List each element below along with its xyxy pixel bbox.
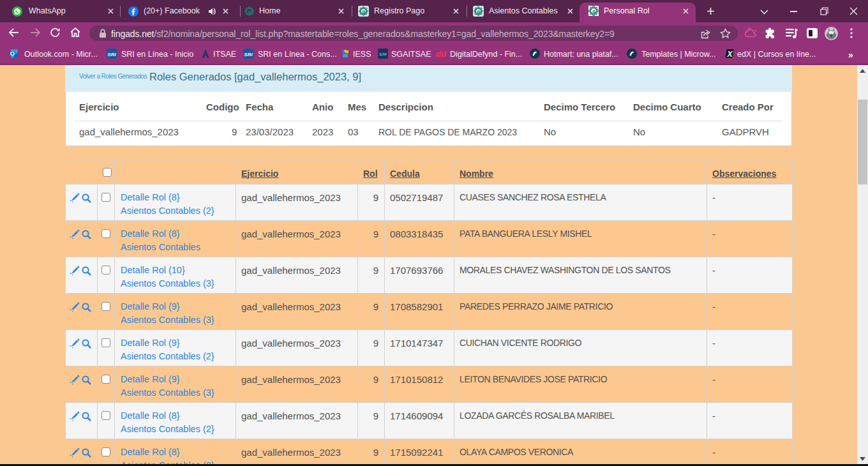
svg-text:X: X <box>727 50 733 59</box>
svg-text:SRi: SRi <box>244 52 253 57</box>
svg-text:SRi: SRi <box>107 52 116 57</box>
svg-text:SJW: SJW <box>379 52 387 56</box>
